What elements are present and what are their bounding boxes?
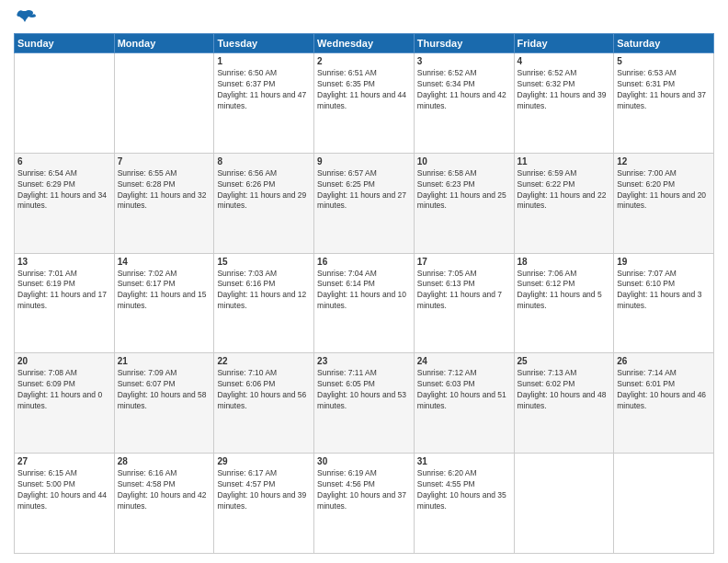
day-info: Sunrise: 7:03 AM Sunset: 6:16 PM Dayligh… (217, 269, 311, 313)
day-number: 31 (417, 456, 511, 466)
day-info: Sunrise: 6:51 AM Sunset: 6:35 PM Dayligh… (317, 68, 411, 112)
day-number: 3 (417, 56, 511, 66)
day-info: Sunrise: 7:13 AM Sunset: 6:02 PM Dayligh… (518, 368, 611, 412)
day-cell: 19Sunrise: 7:07 AM Sunset: 6:10 PM Dayli… (614, 253, 714, 353)
week-row-3: 13Sunrise: 7:01 AM Sunset: 6:19 PM Dayli… (15, 253, 714, 353)
day-info: Sunrise: 6:52 AM Sunset: 6:32 PM Dayligh… (518, 68, 611, 112)
day-info: Sunrise: 7:07 AM Sunset: 6:10 PM Dayligh… (617, 269, 711, 313)
day-cell: 24Sunrise: 7:12 AM Sunset: 6:03 PM Dayli… (414, 353, 514, 454)
day-cell: 10Sunrise: 6:58 AM Sunset: 6:23 PM Dayli… (414, 153, 514, 253)
day-cell: 8Sunrise: 6:56 AM Sunset: 6:26 PM Daylig… (214, 153, 314, 253)
day-number: 20 (17, 356, 111, 366)
weekday-friday: Friday (514, 34, 614, 53)
day-cell: 7Sunrise: 6:55 AM Sunset: 6:28 PM Daylig… (114, 153, 214, 253)
weekday-header-row: SundayMondayTuesdayWednesdayThursdayFrid… (15, 34, 714, 53)
day-cell (15, 53, 115, 154)
day-number: 2 (317, 56, 411, 66)
week-row-1: 1Sunrise: 6:50 AM Sunset: 6:37 PM Daylig… (15, 53, 714, 154)
day-info: Sunrise: 7:09 AM Sunset: 6:07 PM Dayligh… (118, 368, 211, 412)
day-cell: 6Sunrise: 6:54 AM Sunset: 6:29 PM Daylig… (15, 153, 115, 253)
day-cell: 2Sunrise: 6:51 AM Sunset: 6:35 PM Daylig… (314, 53, 415, 154)
day-number: 12 (617, 156, 711, 167)
day-number: 4 (518, 56, 611, 66)
day-number: 13 (17, 257, 111, 267)
day-cell: 17Sunrise: 7:05 AM Sunset: 6:13 PM Dayli… (414, 253, 514, 353)
day-number: 10 (417, 156, 511, 167)
weekday-wednesday: Wednesday (314, 34, 415, 53)
week-row-2: 6Sunrise: 6:54 AM Sunset: 6:29 PM Daylig… (15, 153, 714, 253)
day-info: Sunrise: 7:10 AM Sunset: 6:06 PM Dayligh… (217, 368, 311, 412)
week-row-4: 20Sunrise: 7:08 AM Sunset: 6:09 PM Dayli… (15, 353, 714, 454)
day-cell: 12Sunrise: 7:00 AM Sunset: 6:20 PM Dayli… (614, 153, 714, 253)
day-info: Sunrise: 6:16 AM Sunset: 4:58 PM Dayligh… (118, 468, 211, 512)
day-number: 1 (217, 56, 311, 66)
day-number: 21 (118, 356, 211, 366)
logo-bird-icon (16, 9, 36, 26)
day-cell: 29Sunrise: 6:17 AM Sunset: 4:57 PM Dayli… (214, 454, 314, 554)
day-number: 17 (417, 257, 511, 267)
day-info: Sunrise: 6:55 AM Sunset: 6:28 PM Dayligh… (118, 168, 211, 213)
weekday-monday: Monday (114, 34, 214, 53)
day-cell: 26Sunrise: 7:14 AM Sunset: 6:01 PM Dayli… (614, 353, 714, 454)
day-cell: 31Sunrise: 6:20 AM Sunset: 4:55 PM Dayli… (414, 454, 514, 554)
day-cell: 16Sunrise: 7:04 AM Sunset: 6:14 PM Dayli… (314, 253, 415, 353)
day-cell: 15Sunrise: 7:03 AM Sunset: 6:16 PM Dayli… (214, 253, 314, 353)
day-info: Sunrise: 7:00 AM Sunset: 6:20 PM Dayligh… (617, 168, 711, 213)
day-number: 11 (518, 156, 611, 167)
day-cell: 25Sunrise: 7:13 AM Sunset: 6:02 PM Dayli… (514, 353, 614, 454)
day-cell: 21Sunrise: 7:09 AM Sunset: 6:07 PM Dayli… (114, 353, 214, 454)
day-cell: 9Sunrise: 6:57 AM Sunset: 6:25 PM Daylig… (314, 153, 415, 253)
day-info: Sunrise: 6:19 AM Sunset: 4:56 PM Dayligh… (317, 468, 411, 512)
day-cell (614, 454, 714, 554)
day-number: 14 (118, 257, 211, 267)
day-number: 6 (17, 156, 111, 167)
page: SundayMondayTuesdayWednesdayThursdayFrid… (0, 0, 728, 563)
day-info: Sunrise: 6:57 AM Sunset: 6:25 PM Dayligh… (317, 168, 411, 213)
day-number: 27 (17, 456, 111, 466)
day-number: 7 (118, 156, 211, 167)
weekday-sunday: Sunday (15, 34, 115, 53)
day-info: Sunrise: 7:04 AM Sunset: 6:14 PM Dayligh… (317, 269, 411, 313)
day-cell: 18Sunrise: 7:06 AM Sunset: 6:12 PM Dayli… (514, 253, 614, 353)
day-number: 16 (317, 257, 411, 267)
day-number: 24 (417, 356, 511, 366)
calendar-table: SundayMondayTuesdayWednesdayThursdayFrid… (14, 33, 714, 554)
day-number: 19 (617, 257, 711, 267)
weekday-saturday: Saturday (614, 34, 714, 53)
day-number: 5 (617, 56, 711, 66)
day-info: Sunrise: 6:50 AM Sunset: 6:37 PM Dayligh… (217, 68, 311, 112)
day-info: Sunrise: 6:52 AM Sunset: 6:34 PM Dayligh… (417, 68, 511, 112)
day-info: Sunrise: 6:56 AM Sunset: 6:26 PM Dayligh… (217, 168, 311, 213)
day-cell: 1Sunrise: 6:50 AM Sunset: 6:37 PM Daylig… (214, 53, 314, 154)
day-info: Sunrise: 6:54 AM Sunset: 6:29 PM Dayligh… (17, 168, 111, 213)
day-info: Sunrise: 7:12 AM Sunset: 6:03 PM Dayligh… (417, 368, 511, 412)
day-number: 15 (217, 257, 311, 267)
day-number: 29 (217, 456, 311, 466)
day-number: 8 (217, 156, 311, 167)
logo (14, 9, 36, 26)
day-cell: 4Sunrise: 6:52 AM Sunset: 6:32 PM Daylig… (514, 53, 614, 154)
day-cell: 30Sunrise: 6:19 AM Sunset: 4:56 PM Dayli… (314, 454, 415, 554)
day-number: 30 (317, 456, 411, 466)
header (14, 9, 714, 26)
day-number: 25 (518, 356, 611, 366)
day-cell: 20Sunrise: 7:08 AM Sunset: 6:09 PM Dayli… (15, 353, 115, 454)
day-cell (114, 53, 214, 154)
day-info: Sunrise: 7:11 AM Sunset: 6:05 PM Dayligh… (317, 368, 411, 412)
day-info: Sunrise: 7:08 AM Sunset: 6:09 PM Dayligh… (17, 368, 111, 412)
day-info: Sunrise: 7:05 AM Sunset: 6:13 PM Dayligh… (417, 269, 511, 313)
weekday-thursday: Thursday (414, 34, 514, 53)
day-cell: 28Sunrise: 6:16 AM Sunset: 4:58 PM Dayli… (114, 454, 214, 554)
day-number: 28 (118, 456, 211, 466)
day-number: 26 (617, 356, 711, 366)
day-info: Sunrise: 7:06 AM Sunset: 6:12 PM Dayligh… (518, 269, 611, 313)
day-cell: 22Sunrise: 7:10 AM Sunset: 6:06 PM Dayli… (214, 353, 314, 454)
day-info: Sunrise: 6:20 AM Sunset: 4:55 PM Dayligh… (417, 468, 511, 512)
day-number: 9 (317, 156, 411, 167)
day-cell (514, 454, 614, 554)
day-info: Sunrise: 6:58 AM Sunset: 6:23 PM Dayligh… (417, 168, 511, 213)
day-cell: 5Sunrise: 6:53 AM Sunset: 6:31 PM Daylig… (614, 53, 714, 154)
day-info: Sunrise: 7:14 AM Sunset: 6:01 PM Dayligh… (617, 368, 711, 412)
week-row-5: 27Sunrise: 6:15 AM Sunset: 5:00 PM Dayli… (15, 454, 714, 554)
day-cell: 11Sunrise: 6:59 AM Sunset: 6:22 PM Dayli… (514, 153, 614, 253)
